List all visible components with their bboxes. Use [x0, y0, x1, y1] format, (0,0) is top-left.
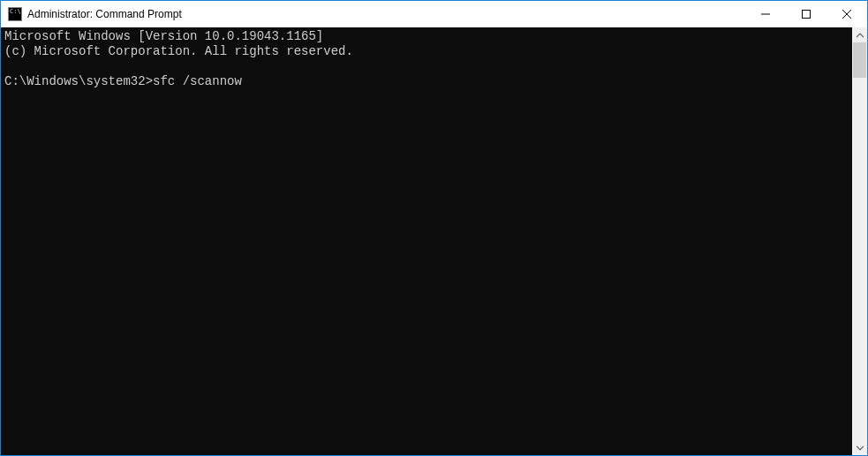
window-controls [745, 1, 867, 27]
scroll-down-button[interactable] [852, 440, 867, 455]
scrollbar-thumb[interactable] [853, 42, 866, 78]
scrollbar-track[interactable] [852, 42, 867, 440]
command-prompt-window: Administrator: Command Prompt Microsoft … [0, 0, 868, 456]
scroll-up-button[interactable] [852, 27, 867, 42]
chevron-up-icon [857, 32, 864, 39]
vertical-scrollbar[interactable] [852, 27, 867, 455]
console-output[interactable]: Microsoft Windows [Version 10.0.19043.11… [1, 27, 852, 455]
close-button[interactable] [826, 1, 867, 27]
close-icon [842, 10, 851, 19]
console-line: Microsoft Windows [Version 10.0.19043.11… [4, 29, 323, 43]
minimize-icon [761, 10, 770, 19]
console-prompt-line: C:\Windows\system32>sfc /scannow [4, 74, 242, 88]
console-line: (c) Microsoft Corporation. All rights re… [4, 44, 353, 58]
console-command: sfc /scannow [153, 74, 242, 88]
maximize-icon [802, 10, 811, 19]
titlebar[interactable]: Administrator: Command Prompt [1, 1, 867, 27]
window-title: Administrator: Command Prompt [27, 8, 745, 20]
svg-rect-1 [803, 11, 811, 19]
client-area: Microsoft Windows [Version 10.0.19043.11… [1, 27, 867, 455]
chevron-down-icon [857, 445, 864, 452]
maximize-button[interactable] [786, 1, 826, 27]
minimize-button[interactable] [745, 1, 786, 27]
cmd-icon [8, 7, 22, 21]
console-prompt: C:\Windows\system32> [4, 74, 153, 88]
